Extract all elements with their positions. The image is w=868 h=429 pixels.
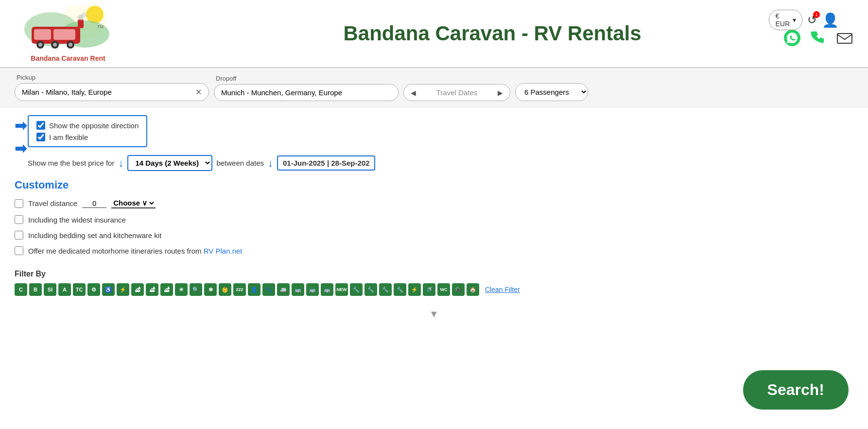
filter-badge-gear[interactable]: ⚙ [87, 283, 100, 296]
logo-image: TM [22, 5, 114, 53]
filter-badge-tent3[interactable]: 🏕 [160, 283, 173, 296]
currency-selector[interactable]: € EUR ▾ [769, 10, 802, 30]
widest-insurance-checkbox[interactable] [15, 215, 23, 224]
travel-dates-placeholder: Travel Dates [420, 88, 494, 97]
pickup-label: Pickup [17, 74, 209, 81]
passengers-select[interactable]: 1 Passenger 2 Passengers 3 Passengers 4 … [515, 83, 588, 101]
notif-badge: 1 [813, 11, 820, 18]
itineraries-checkbox[interactable] [15, 246, 23, 255]
filter-title: Filter By [15, 270, 853, 278]
filter-badge-ev[interactable]: ⚡ [117, 283, 129, 296]
bedding-checkbox[interactable] [15, 231, 23, 240]
itineraries-option: Offer me dedicated motorhome itineraries… [15, 246, 853, 255]
rv-plan-link[interactable]: RV Plan.net [204, 247, 243, 255]
arrow-dates-annotation: ↓ [268, 157, 273, 170]
pickup-clear-btn[interactable]: ✕ [195, 87, 202, 97]
mail-icon[interactable] [836, 29, 853, 51]
user-icon[interactable]: 👤 [822, 12, 839, 28]
passengers-field-group: 1 Passenger 2 Passengers 3 Passengers 4 … [515, 74, 588, 101]
filter-badge-bus1[interactable]: 🚌 [292, 283, 304, 296]
filter-badge-snowflake[interactable]: ❄ [204, 283, 217, 296]
svg-point-10 [53, 43, 57, 47]
search-bar: Pickup ✕ Dropoff ◀ Travel Dates ▶ 1 Pa [0, 68, 868, 107]
filter-badge-bus3[interactable]: 🚌 [321, 283, 333, 296]
filter-badge-shower[interactable]: 🚿 [423, 283, 435, 296]
search-row: Pickup ✕ Dropoff ◀ Travel Dates ▶ 1 Pa [15, 74, 853, 101]
bottom-chevron-icon: ▼ [429, 309, 439, 319]
filter-badge-bus2[interactable]: 🚌 [306, 283, 319, 296]
left-arrows-col: ➡ ➡ [15, 115, 27, 157]
pickup-input-wrap[interactable]: ✕ [15, 83, 209, 101]
svg-point-8 [38, 43, 42, 47]
filter-badge-plug[interactable]: 🔌 [452, 283, 465, 296]
choose-select[interactable]: Choose ∨ 100 km 200 km 300 km 500 km Unl… [111, 198, 156, 208]
itineraries-label: Offer me dedicated motorhome itineraries… [28, 247, 243, 255]
filter-badge-pet[interactable]: 🐾 [262, 283, 275, 296]
duration-select[interactable]: 1 Day 2 Days 3 Days 7 Days (1 Week) 14 D… [127, 155, 212, 171]
options-flex: ➡ ➡ Show the opposite direction I am fle… [15, 115, 853, 171]
travel-distance-checkbox[interactable] [15, 199, 23, 208]
filter-badge-wc[interactable]: WC [437, 283, 450, 296]
filter-badge-search[interactable]: 🔍 [190, 283, 202, 296]
bedding-label[interactable]: Including bedding set and kitchenware ki… [28, 231, 161, 240]
passengers-label-spacer [517, 74, 588, 81]
date-range-box[interactable]: 01-Jun-2025 | 28-Sep-202 [277, 155, 375, 171]
best-price-row: Show me the best price for ↓ 1 Day 2 Day… [28, 155, 375, 171]
dropoff-input-wrap[interactable] [214, 84, 399, 101]
filter-badge-sun[interactable]: ☀ [175, 283, 188, 296]
opposite-direction-label[interactable]: Show the opposite direction [49, 121, 139, 130]
travel-dates-next-btn[interactable]: ▶ [498, 89, 503, 97]
filter-badge-baby[interactable]: 👶 [219, 283, 231, 296]
filter-badge-a[interactable]: A [58, 283, 71, 296]
travel-dates-field-group: ◀ Travel Dates ▶ [403, 75, 510, 101]
travel-dates-wrap[interactable]: ◀ Travel Dates ▶ [403, 84, 510, 101]
filter-badge-new[interactable]: NEW [335, 283, 348, 296]
filter-badge-tent2[interactable]: 🏕 [146, 283, 158, 296]
history-btn[interactable]: ↺ 1 [807, 13, 817, 27]
travel-distance-option: Travel distance Choose ∨ 100 km 200 km 3… [15, 198, 853, 208]
phone-icon[interactable] [810, 29, 827, 51]
flexible-checkbox[interactable] [36, 133, 45, 141]
filter-badge-b[interactable]: B [29, 283, 42, 296]
filter-badge-house[interactable]: 🏠 [467, 283, 479, 296]
filter-badge-wrench4[interactable]: 🔧 [394, 283, 406, 296]
clean-filter-link[interactable]: Clean Filter [485, 286, 520, 293]
arrow-duration-annotation: ↓ [118, 157, 123, 170]
best-price-text: Show me the best price for [28, 159, 114, 167]
bottom-arrow: ▼ [0, 304, 868, 325]
whatsapp-icon[interactable] [783, 29, 801, 51]
filter-badge-c[interactable]: C [15, 283, 27, 296]
filter-badge-van[interactable]: 🚐 [277, 283, 290, 296]
travel-distance-input[interactable] [82, 199, 106, 208]
site-title: Bandana Caravan - RV Rentals [122, 22, 853, 45]
opposite-direction-checkbox[interactable] [36, 121, 45, 130]
dropoff-field-group: Dropoff [214, 75, 399, 101]
flexible-label[interactable]: I am flexible [49, 133, 88, 141]
filter-badge-lightning[interactable]: ⚡ [408, 283, 421, 296]
checkboxes-box: Show the opposite direction I am flexibl… [28, 115, 147, 147]
filter-badge-wrench1[interactable]: 🔧 [350, 283, 363, 296]
travel-distance-label[interactable]: Travel distance [28, 199, 77, 207]
filter-badge-wrench3[interactable]: 🔧 [379, 283, 392, 296]
filter-badge-person[interactable]: 👤 [248, 283, 260, 296]
flexible-row: I am flexible [36, 133, 139, 141]
date-range-text: 01-Jun-2025 | 28-Sep-202 [283, 159, 369, 167]
filter-badge-222[interactable]: 222 [233, 283, 246, 296]
currency-chevron: ▾ [793, 16, 796, 24]
svg-rect-18 [837, 34, 852, 43]
pickup-input[interactable] [22, 88, 192, 96]
widest-insurance-label[interactable]: Including the widest insurance [28, 216, 126, 224]
svg-text:TM: TM [97, 24, 104, 29]
filter-badge-tent1[interactable]: 🏕 [131, 283, 144, 296]
filter-section: Filter By C B SI A TC ⚙ ♿ ⚡ 🏕 🏕 🏕 ☀ 🔍 ❄ … [0, 270, 868, 304]
filter-badge-tc[interactable]: TC [73, 283, 86, 296]
svg-rect-6 [53, 29, 75, 40]
filter-badge-wheelchair[interactable]: ♿ [102, 283, 115, 296]
filter-badge-wrench2[interactable]: 🔧 [365, 283, 377, 296]
travel-dates-prev-btn[interactable]: ◀ [411, 89, 416, 97]
header-right: € EUR ▾ ↺ 1 👤 [783, 5, 853, 51]
contact-icons [783, 29, 853, 51]
dropoff-input[interactable] [221, 88, 391, 97]
svg-point-12 [69, 43, 72, 47]
filter-badge-si[interactable]: SI [44, 283, 56, 296]
